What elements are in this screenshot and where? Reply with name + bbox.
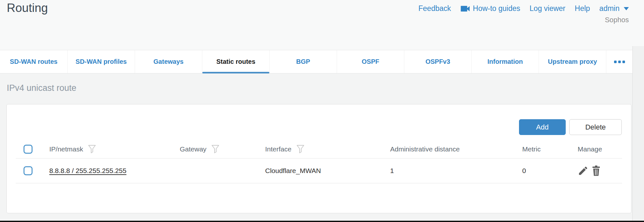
column-header-gateway: Gateway [180, 145, 207, 153]
ellipsis-icon [622, 61, 625, 63]
trash-icon[interactable] [591, 165, 601, 176]
page-title: Routing [7, 1, 48, 15]
user-menu-label: admin [599, 4, 620, 13]
video-camera-icon [460, 5, 470, 13]
route-administrative-distance-value: 1 [390, 167, 522, 175]
delete-button[interactable]: Delete [569, 119, 622, 135]
route-ip-netmask-link[interactable]: 8.8.8.8 / 255.255.255.255 [49, 167, 126, 174]
tab-sdwan-routes[interactable]: SD-WAN routes [0, 50, 67, 73]
tab-static-routes[interactable]: Static routes [202, 50, 269, 73]
route-metric-value: 0 [522, 167, 574, 175]
bottom-edge-bar [0, 221, 644, 222]
howto-guides-link[interactable]: How-to guides [460, 4, 520, 13]
row-select-checkbox[interactable] [24, 166, 33, 175]
feedback-link[interactable]: Feedback [418, 4, 451, 13]
funnel-icon[interactable] [88, 145, 96, 154]
help-label: Help [575, 4, 590, 13]
brand-label: Sophos [605, 16, 629, 24]
table-header-row: IP/netmask Gateway Interface Administrat… [16, 140, 622, 158]
more-tabs-button[interactable] [606, 50, 632, 73]
route-interface-value: Cloudflare_MWAN [265, 167, 390, 175]
ellipsis-icon [614, 61, 617, 63]
column-header-ip-netmask: IP/netmask [49, 145, 83, 153]
ellipsis-icon [618, 61, 621, 63]
tab-upstream-proxy[interactable]: Upstream proxy [539, 50, 606, 73]
howto-guides-label: How-to guides [473, 4, 520, 13]
log-viewer-link[interactable]: Log viewer [530, 4, 565, 13]
column-header-metric: Metric [522, 145, 541, 153]
tab-sdwan-profiles[interactable]: SD-WAN profiles [67, 50, 135, 73]
tab-ospf[interactable]: OSPF [337, 50, 404, 73]
table-actions: Add Delete [519, 119, 622, 135]
log-viewer-label: Log viewer [530, 4, 565, 13]
column-header-manage: Manage [578, 145, 602, 153]
help-link[interactable]: Help [575, 4, 590, 13]
caret-down-icon [624, 7, 629, 10]
routes-table: IP/netmask Gateway Interface Administrat… [16, 140, 622, 183]
table-row: 8.8.8.8 / 255.255.255.255 Cloudflare_MWA… [16, 158, 622, 183]
add-button[interactable]: Add [519, 119, 566, 135]
funnel-icon[interactable] [296, 145, 304, 154]
pencil-icon[interactable] [578, 165, 589, 176]
routing-tab-bar: SD-WAN routes SD-WAN profiles Gateways S… [0, 50, 632, 73]
tab-information[interactable]: Information [471, 50, 539, 73]
feedback-label: Feedback [418, 4, 451, 13]
scrollbar-track[interactable] [632, 46, 644, 221]
column-header-administrative-distance: Administrative distance [390, 145, 460, 153]
select-all-checkbox[interactable] [24, 145, 33, 154]
tab-bgp[interactable]: BGP [269, 50, 337, 73]
funnel-icon[interactable] [211, 145, 219, 154]
top-nav: Feedback How-to guides Log viewer Help a… [418, 4, 629, 13]
user-menu[interactable]: admin [599, 4, 629, 13]
ipv4-unicast-route-card: Add Delete IP/netmask Gateway Interface [6, 104, 631, 213]
column-header-interface: Interface [265, 145, 292, 153]
section-heading: IPv4 unicast route [7, 83, 76, 93]
tab-gateways[interactable]: Gateways [135, 50, 202, 73]
tab-ospfv3[interactable]: OSPFv3 [404, 50, 471, 73]
